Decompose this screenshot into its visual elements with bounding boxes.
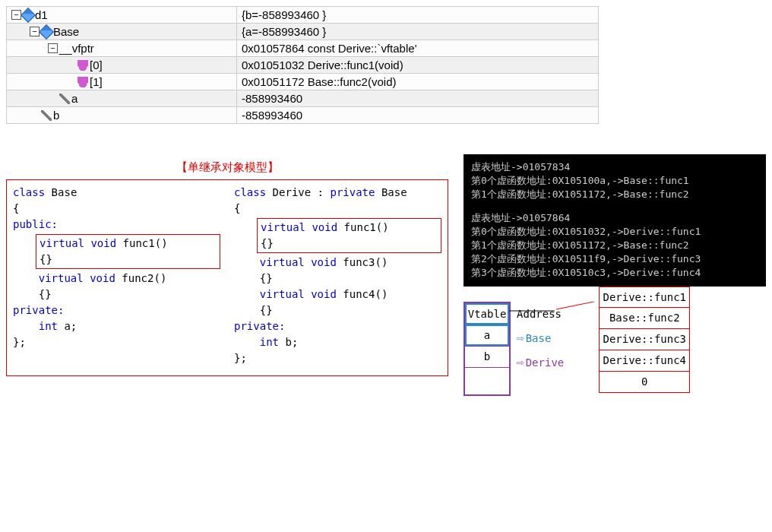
console-line: 第1个虚函数地址:0X1051172,->Base::func2 — [471, 239, 758, 252]
field-icon — [59, 93, 70, 104]
watch-name: __vfptr — [59, 42, 94, 55]
base-label: Base — [526, 332, 552, 344]
watch-value: {a=-858993460 } — [237, 24, 599, 40]
arrow-icon: ⇨ — [517, 355, 524, 369]
watch-row[interactable]: a-858993460 — [7, 90, 599, 107]
method-icon — [78, 77, 88, 87]
vtable-box: Derive::func1Base::func2Derive::func3Der… — [599, 287, 690, 393]
console-line: 第0个虚函数地址:0X105100a,->Base::func1 — [471, 174, 758, 188]
vtable-entry: Derive::func1 — [599, 287, 690, 308]
vtable-entry: 0 — [599, 372, 690, 393]
console-line: 第2个虚函数地址:0X10511f9,->Derive::func3 — [471, 252, 758, 266]
vtable-entry: Base::func2 — [599, 308, 690, 329]
console-line: 虚表地址->01057834 — [471, 160, 758, 174]
expand-toggle[interactable]: − — [48, 43, 58, 53]
watch-value: {b=-858993460 } — [237, 7, 599, 24]
code-base-col: class Base { public: virtual void func1(… — [13, 185, 220, 366]
vtable-entry: Derive::func4 — [599, 350, 690, 372]
watch-name: [1] — [90, 75, 103, 88]
watch-row[interactable]: − Base{a=-858993460 } — [7, 24, 599, 40]
code-box: class Base { public: virtual void func1(… — [6, 179, 448, 376]
watch-name: d1 — [35, 8, 48, 21]
watch-row[interactable]: [0]0x01051032 Derive::func1(void) — [7, 57, 599, 74]
cube-icon — [39, 24, 54, 40]
memory-layout-diagram: Vtable a b Address ⇨Base ⇨Derive Derive:… — [464, 302, 766, 431]
derive-label: Derive — [526, 356, 565, 369]
watch-value: 0x01051172 Base::func2(void) — [237, 74, 599, 90]
obj-a-cell: a — [465, 325, 509, 346]
console-line: 第3个虚函数地址:0X10510c3,->Derive::func4 — [471, 266, 758, 280]
console-output: 虚表地址->01057834第0个虚函数地址:0X105100a,->Base:… — [464, 154, 766, 287]
method-icon — [78, 60, 88, 71]
obj-b-cell: b — [465, 346, 509, 367]
console-line: 第0个虚函数地址:0X1051032,->Derive::func1 — [471, 225, 758, 239]
watch-value: -858993460 — [237, 90, 599, 107]
console-line: 第1个虚函数地址:0X1051172,->Base::func2 — [471, 188, 758, 201]
object-box: Vtable a b — [464, 302, 511, 396]
console-line: 虚表地址->01057864 — [471, 211, 758, 225]
arrow-icon: ⇨ — [517, 331, 524, 345]
code-derive-col: class Derive : private Base { virtual vo… — [234, 185, 441, 366]
debug-watch-table: − d1{b=-858993460 }− Base{a=-858993460 }… — [6, 6, 599, 124]
cube-icon — [21, 8, 36, 23]
field-icon — [41, 110, 52, 121]
watch-name: [0] — [90, 59, 103, 71]
watch-row[interactable]: − d1{b=-858993460 } — [7, 7, 599, 24]
watch-value: 0x01057864 const Derive::`vftable' — [237, 40, 599, 57]
obj-vtable-cell: Vtable — [465, 303, 509, 325]
watch-value: -858993460 — [237, 107, 599, 124]
watch-row[interactable]: − __vfptr0x01057864 const Derive::`vftab… — [7, 40, 599, 57]
address-label: Address — [517, 308, 562, 320]
watch-name: Base — [53, 25, 79, 38]
watch-row[interactable]: b-858993460 — [7, 107, 599, 124]
diagram-title: 【单继承对象模型】 — [6, 160, 448, 175]
vtable-entry: Derive::func3 — [599, 329, 690, 350]
watch-value: 0x01051032 Derive::func1(void) — [237, 57, 599, 74]
obj-blank-cell — [465, 367, 509, 394]
watch-name: b — [53, 109, 59, 122]
watch-row[interactable]: [1]0x01051172 Base::func2(void) — [7, 74, 599, 90]
watch-name: a — [71, 92, 78, 105]
